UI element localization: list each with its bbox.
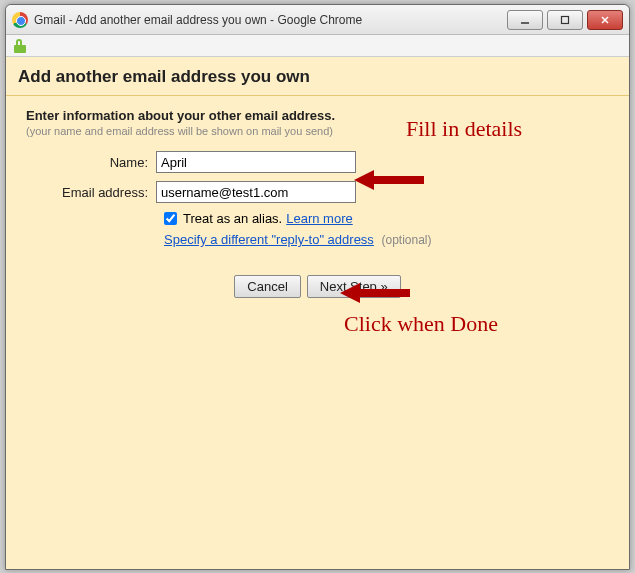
page-heading: Add another email address you own: [6, 57, 629, 96]
learn-more-link[interactable]: Learn more: [286, 211, 352, 226]
page-hint: (your name and email address will be sho…: [26, 125, 609, 137]
window-controls: [507, 10, 623, 30]
next-step-button[interactable]: Next Step »: [307, 275, 401, 298]
chrome-icon: [12, 12, 28, 28]
window-title: Gmail - Add another email address you ow…: [34, 13, 507, 27]
name-label: Name:: [26, 155, 156, 170]
lock-icon: [14, 39, 26, 53]
svg-rect-1: [562, 16, 569, 23]
reply-to-link[interactable]: Specify a different "reply-to" address: [164, 232, 374, 247]
minimize-button[interactable]: [507, 10, 543, 30]
titlebar: Gmail - Add another email address you ow…: [6, 5, 629, 35]
cancel-button[interactable]: Cancel: [234, 275, 300, 298]
form-area: Enter information about your other email…: [6, 96, 629, 310]
close-button[interactable]: [587, 10, 623, 30]
browser-window: Gmail - Add another email address you ow…: [5, 4, 630, 570]
email-label: Email address:: [26, 185, 156, 200]
page-subheading: Enter information about your other email…: [26, 108, 609, 123]
reply-to-row: Specify a different "reply-to" address (…: [164, 232, 609, 247]
alias-label: Treat as an alias.: [183, 211, 282, 226]
button-row: Cancel Next Step »: [26, 275, 609, 298]
alias-row: Treat as an alias. Learn more: [164, 211, 609, 226]
name-input[interactable]: [156, 151, 356, 173]
annotation-click: Click when Done: [344, 311, 498, 337]
address-bar: [6, 35, 629, 57]
page-content: Add another email address you own Enter …: [6, 57, 629, 569]
email-row: Email address:: [26, 181, 609, 203]
optional-label: (optional): [382, 233, 432, 247]
maximize-button[interactable]: [547, 10, 583, 30]
alias-checkbox[interactable]: [164, 212, 177, 225]
name-row: Name:: [26, 151, 609, 173]
email-input[interactable]: [156, 181, 356, 203]
